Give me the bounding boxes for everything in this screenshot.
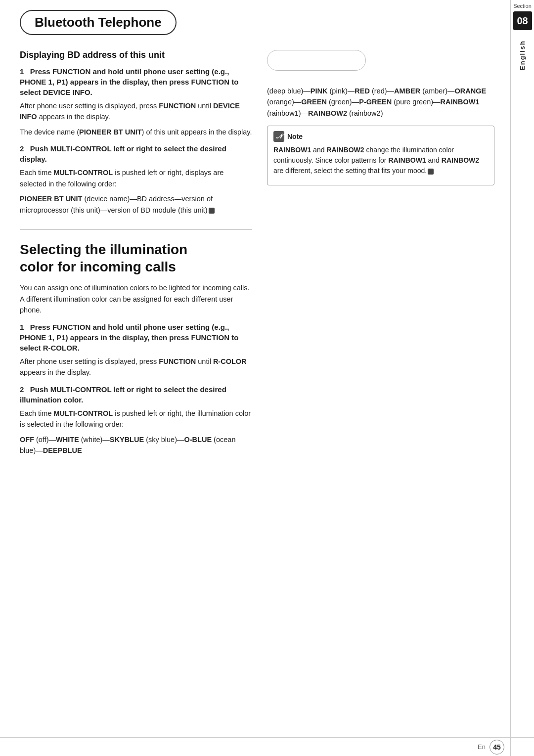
main-content: Bluetooth Telephone Displaying BD addres… [0, 0, 509, 480]
page: Section 08 English Bluetooth Telephone D… [0, 0, 534, 756]
section1-step1-heading: 1 Press FUNCTION and hold until phone us… [20, 66, 252, 97]
note-box: 𝒩 Note RAINBOW1 and RAINBOW2 change the … [267, 126, 494, 185]
note-body: RAINBOW1 and RAINBOW2 change the illumin… [273, 145, 488, 176]
en-label: En [478, 743, 486, 751]
page-title-box: Bluetooth Telephone [20, 10, 177, 35]
section1-step1-body2: The device name (PIONEER BT UNIT) of thi… [20, 127, 252, 137]
right-column: (deep blue)—PINK (pink)—RED (red)—AMBER … [267, 50, 494, 460]
stop-symbol [209, 208, 215, 214]
section2-step2-body2: OFF (off)—WHITE (white)—SKYBLUE (sky blu… [20, 434, 252, 456]
language-label: English [519, 40, 526, 70]
page-number: 45 [490, 740, 504, 755]
note-label: Note [287, 133, 303, 140]
section1-heading: Displaying BD address of this unit [20, 50, 252, 60]
section2-heading: Selecting the illuminationcolor for inco… [20, 241, 252, 275]
note-header: 𝒩 Note [273, 131, 488, 142]
section-label: Section [513, 3, 532, 9]
section2-step1-body: After phone user setting is displayed, p… [20, 356, 252, 378]
section1-step2-body2: PIONEER BT UNIT (device name)—BD address… [20, 193, 252, 216]
section2-step2-body1: Each time MULTI-CONTROL is pushed left o… [20, 408, 252, 430]
note-stop-symbol [428, 169, 434, 175]
two-col-layout: Displaying BD address of this unit 1 Pre… [20, 50, 494, 460]
section1-step2-body1: Each time MULTI-CONTROL is pushed left o… [20, 167, 252, 189]
page-title: Bluetooth Telephone [35, 15, 162, 30]
bottom-bar: En 45 [0, 737, 534, 756]
section1-step2-heading: 2 Push MULTI-CONTROL left or right to se… [20, 143, 252, 164]
section2-step2-heading: 2 Push MULTI-CONTROL left or right to se… [20, 384, 252, 405]
left-column: Displaying BD address of this unit 1 Pre… [20, 50, 252, 460]
section2-step1-heading: 1 Press FUNCTION and hold until phone us… [20, 322, 252, 353]
colors-continuation: (deep blue)—PINK (pink)—RED (red)—AMBER … [267, 86, 494, 119]
right-top-pill [267, 50, 366, 71]
section2-intro: You can assign one of illumination color… [20, 282, 252, 315]
section-divider [20, 229, 252, 230]
section-number: 08 [513, 11, 532, 30]
right-sidebar: Section 08 English [510, 0, 534, 756]
note-icon: 𝒩 [273, 131, 284, 142]
section1-step1-body1: After phone user setting is displayed, p… [20, 100, 252, 123]
